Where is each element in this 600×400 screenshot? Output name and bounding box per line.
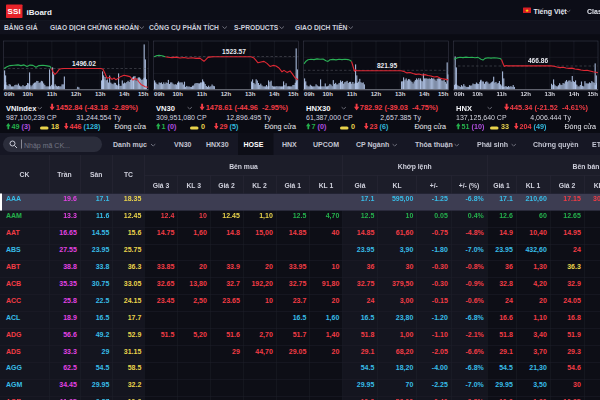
svg-text:15h: 15h (288, 90, 299, 97)
svg-text:13h: 13h (545, 90, 556, 97)
svg-text:09h: 09h (454, 90, 465, 97)
svg-text:12h: 12h (371, 90, 382, 97)
svg-text:10h: 10h (22, 90, 33, 97)
svg-text:15h: 15h (438, 90, 449, 97)
svg-text:14h: 14h (419, 90, 430, 97)
svg-text:11h: 11h (347, 90, 357, 97)
svg-text:14h: 14h (269, 90, 280, 97)
svg-text:10h: 10h (322, 90, 333, 97)
svg-text:821.95: 821.95 (377, 62, 398, 69)
svg-text:11h: 11h (47, 90, 57, 97)
svg-text:13h: 13h (395, 90, 406, 97)
svg-text:10h: 10h (172, 90, 183, 97)
svg-text:12h: 12h (221, 90, 232, 97)
svg-text:09h: 09h (4, 90, 15, 97)
svg-text:14h: 14h (119, 90, 130, 97)
svg-text:1496.02: 1496.02 (72, 60, 96, 67)
svg-text:15h: 15h (138, 90, 149, 97)
svg-text:12h: 12h (520, 90, 531, 97)
svg-text:09h: 09h (304, 90, 315, 97)
svg-text:13h: 13h (95, 90, 106, 97)
svg-text:11h: 11h (497, 90, 507, 97)
svg-text:11h: 11h (197, 90, 207, 97)
svg-text:12h: 12h (71, 90, 82, 97)
svg-text:10h: 10h (472, 90, 483, 97)
svg-text:14h: 14h (569, 90, 580, 97)
svg-text:13h: 13h (245, 90, 256, 97)
svg-text:1523.57: 1523.57 (222, 48, 246, 55)
svg-text:09h: 09h (154, 90, 165, 97)
svg-text:466.86: 466.86 (528, 57, 549, 64)
svg-text:15h: 15h (587, 90, 598, 97)
